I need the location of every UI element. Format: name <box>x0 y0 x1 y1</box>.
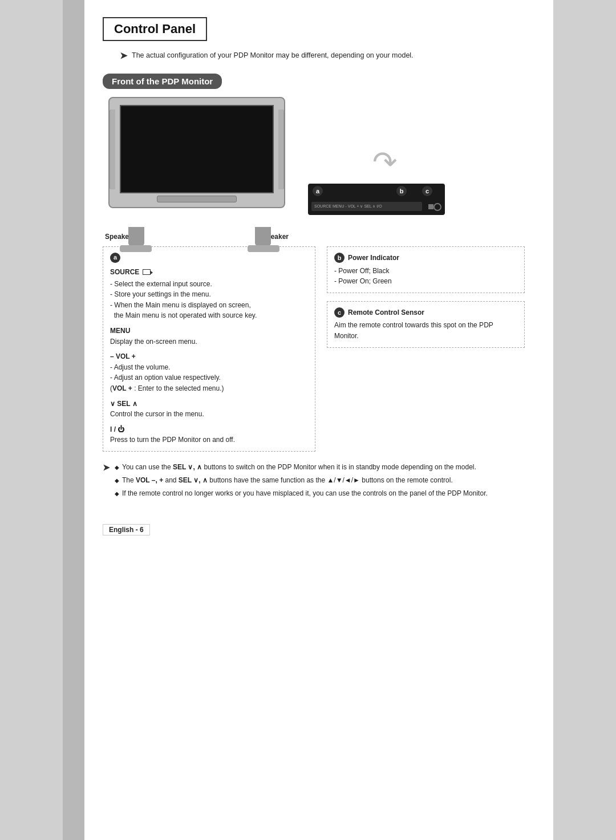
note-text: The actual configuration of your PDP Mon… <box>132 51 414 59</box>
info-col-left: a SOURCE - Select the external input sou… <box>103 246 315 452</box>
note-item-2: ◆ The VOL –, + and SEL ∨, ∧ buttons have… <box>115 475 488 486</box>
note-text-2: The VOL –, + and SEL ∨, ∧ buttons have t… <box>122 475 453 486</box>
vol-title: – VOL + <box>110 352 136 360</box>
page-title-box: Control Panel <box>103 17 207 41</box>
power-text: Press to turn the PDP Monitor on and off… <box>110 435 308 445</box>
notes-area: ➤ ◆ You can use the SEL ∨, ∧ buttons to … <box>103 462 525 502</box>
source-bullets: - Select the external input source. - St… <box>110 279 308 321</box>
power-indicator-bullet-2: - Power On; Green <box>334 276 517 287</box>
section-header: Front of the PDP Monitor <box>103 74 222 89</box>
menu-section: MENU Display the on-screen menu. <box>110 326 308 347</box>
vol-bullet-3: (VOL + : Enter to the selected menu.) <box>110 383 308 394</box>
control-panel-buttons-text: SOURCE MENU - VOL + ∨ SEL ∧ I/O <box>314 204 382 209</box>
diamond-icon-2: ◆ <box>115 476 119 485</box>
note-item-1: ◆ You can use the SEL ∨, ∧ buttons to sw… <box>115 462 488 473</box>
badge-b-label: b <box>334 253 345 263</box>
monitor-illustration <box>103 97 297 228</box>
source-bullet-1: - Select the external input source. <box>110 279 308 290</box>
diamond-icon-3: ◆ <box>115 489 119 498</box>
source-bullet-3: - When the Main menu is displayed on scr… <box>110 300 308 311</box>
vol-section: – VOL + - Adjust the volume. - Adjust an… <box>110 351 308 393</box>
remote-sensor-box: c Remote Control Sensor Aim the remote c… <box>327 301 525 348</box>
badge-a: a <box>313 186 323 196</box>
footer-lang-box: English - 6 <box>103 524 150 535</box>
zoom-arrow-icon: ↷ <box>372 145 398 179</box>
note-item-3: ◆ If the remote control no longer works … <box>115 488 488 499</box>
badge-b: b <box>396 186 407 196</box>
source-section: SOURCE - Select the external input sourc… <box>110 267 308 321</box>
footer-lang-text: English - 6 <box>109 526 144 534</box>
badge-a-label: a <box>110 253 120 263</box>
power-dot <box>428 204 433 209</box>
speaker-left-label: Speaker <box>105 233 132 241</box>
source-title: SOURCE <box>110 267 139 278</box>
note-arrow-icon: ➤ <box>120 50 127 61</box>
source-bullet-3b: the Main menu is not operated with sourc… <box>110 310 308 321</box>
badge-c-label: c <box>334 307 345 318</box>
source-bullet-2: - Store your settings in the menu. <box>110 289 308 300</box>
menu-title: MENU <box>110 327 130 335</box>
notes-arrow-icon: ➤ <box>103 462 110 473</box>
remote-sensor-title: Remote Control Sensor <box>348 307 424 318</box>
remote-sensor-label-row: c Remote Control Sensor <box>334 307 517 318</box>
vol-bullet-2: - Adjust an option value respectively. <box>110 372 308 383</box>
source-icon <box>143 269 151 275</box>
sel-section: ∨ SEL ∧ Control the cursor in the menu. <box>110 399 308 420</box>
power-section: I / ⏻ Press to turn the PDP Monitor on a… <box>110 424 308 445</box>
page-title: Control Panel <box>114 22 196 36</box>
badge-c: c <box>422 186 432 196</box>
power-indicator-box: b Power Indicator - Power Off; Black - P… <box>327 246 525 293</box>
sel-text: Control the cursor in the menu. <box>110 409 308 420</box>
power-indicator-label-row: b Power Indicator <box>334 253 517 263</box>
left-margin-bar <box>63 0 84 840</box>
power-indicator-bullet-1: - Power Off; Black <box>334 266 517 277</box>
remote-sensor-text: Aim the remote control towards this spot… <box>334 320 517 341</box>
notes-list: ◆ You can use the SEL ∨, ∧ buttons to sw… <box>115 462 488 502</box>
note-text-1: You can use the SEL ∨, ∧ buttons to swit… <box>122 462 476 473</box>
power-circle-icon <box>433 203 441 211</box>
control-panel-mini: a b c SOURCE MENU - VOL + ∨ SEL ∧ <box>308 184 445 224</box>
power-indicator-title: Power Indicator <box>348 253 399 263</box>
sel-title: ∨ SEL ∧ <box>110 400 137 408</box>
power-title: I / ⏻ <box>110 425 124 433</box>
vol-bullet-1: - Adjust the volume. <box>110 362 308 373</box>
info-col-right: b Power Indicator - Power Off; Black - P… <box>327 246 525 452</box>
menu-text: Display the on-screen menu. <box>110 336 308 347</box>
note-line: ➤ The actual configuration of your PDP M… <box>120 51 525 61</box>
info-columns: a SOURCE - Select the external input sou… <box>103 246 525 452</box>
note-text-3: If the remote control no longer works or… <box>122 488 488 499</box>
diamond-icon-1: ◆ <box>115 463 119 472</box>
footer: English - 6 <box>103 524 525 535</box>
